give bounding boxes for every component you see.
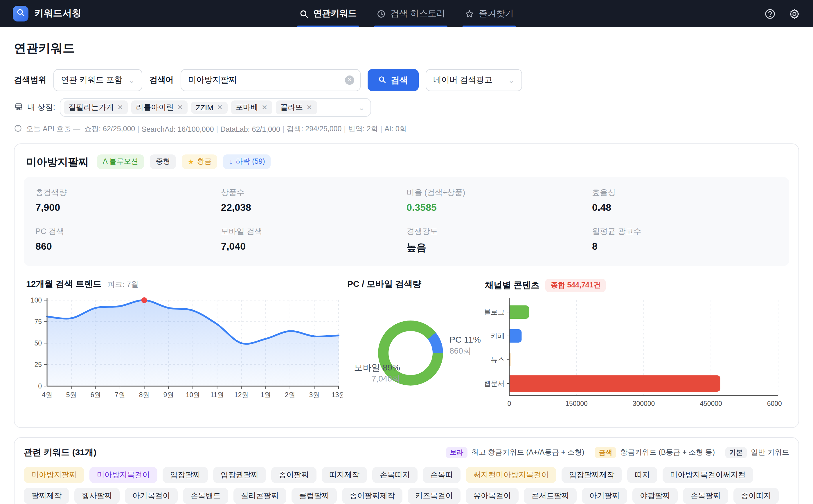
svg-text:300000: 300000 — [633, 400, 655, 407]
shop-tag[interactable]: 잘팔리는가게✕ — [64, 100, 128, 114]
keyword-chip[interactable]: 키즈목걸이 — [408, 488, 461, 504]
remove-tag-icon[interactable]: ✕ — [117, 103, 123, 111]
keyword-chip[interactable]: 아기팔찌 — [582, 488, 627, 504]
shop-tag[interactable]: 끌라뜨✕ — [276, 100, 317, 114]
keyword-badge: ↓하락 (59) — [223, 154, 271, 169]
stat-item: 비율 (검색÷상품) 0.3585 — [407, 188, 592, 214]
keyword-chip[interactable]: 클럽팔찌 — [292, 488, 337, 504]
shop-tag[interactable]: 리틀아이린✕ — [131, 100, 188, 114]
svg-text:6월: 6월 — [90, 391, 101, 399]
keyword-chip[interactable]: 손목밴드 — [183, 488, 228, 504]
keyword-chip[interactable]: 미아방지팔찌 — [24, 467, 84, 483]
svg-text:8월: 8월 — [139, 391, 150, 399]
legend-label: 일반 키워드 — [751, 448, 789, 458]
trend-peak-subtitle: 피크: 7월 — [107, 279, 139, 289]
keyword-chip[interactable]: 실리콘팔찌 — [233, 488, 286, 504]
shop-tag-label: 포마베 — [235, 102, 258, 113]
donut-label-mobile: 모바일 89% 7,040회 — [346, 362, 400, 384]
gear-icon[interactable] — [789, 8, 800, 19]
svg-text:10월: 10월 — [186, 391, 200, 399]
remove-tag-icon[interactable]: ✕ — [217, 103, 223, 111]
api-usage-prefix: 오늘 API 호출 — — [26, 124, 80, 134]
svg-text:11월: 11월 — [210, 391, 224, 399]
keyword-chip[interactable]: 아기목걸이 — [125, 488, 178, 504]
total-badge: 종합 544,741건 — [545, 279, 606, 292]
legend-label: 최고 황금키워드 (A+/A등급 + 소형) — [471, 448, 584, 458]
my-shops-label-text: 내 상점: — [27, 102, 55, 113]
separator: | — [216, 125, 218, 133]
info-icon — [14, 124, 22, 134]
keyword-chip[interactable]: 입장팔찌제작 — [562, 467, 622, 483]
keyword-chip[interactable]: 팔찌제작 — [24, 488, 69, 504]
svg-text:100: 100 — [31, 296, 42, 304]
keyword-chip[interactable]: 입장팔찌 — [163, 467, 208, 483]
remove-tag-icon[interactable]: ✕ — [177, 103, 183, 111]
store-icon — [14, 102, 23, 113]
keyword-chip[interactable]: 미아방지목걸이써지컬 — [663, 467, 753, 483]
clock-icon — [377, 9, 386, 18]
nav-tab-related-keywords[interactable]: 연관키워드 — [299, 0, 357, 27]
bar-chart-title: 채널별 콘텐츠 종합 544,741건 — [485, 279, 789, 292]
remove-tag-icon[interactable]: ✕ — [306, 103, 312, 111]
keyword-chip[interactable]: 손목띠 — [423, 467, 461, 483]
svg-text:3월: 3월 — [309, 391, 319, 399]
svg-text:150000: 150000 — [565, 400, 588, 407]
scope-select[interactable]: 연관 키워드 포함 ⌄ — [53, 69, 142, 91]
nav-tab-search-history[interactable]: 검색 히스토리 — [377, 0, 445, 27]
app-logo — [13, 6, 28, 21]
search-button[interactable]: 검색 — [368, 69, 419, 91]
keyword-chips: 미아방지팔찌미아방지목걸이입장팔찌입장권팔찌종이팔찌띠지제작손목띠지손목띠써지컬… — [24, 467, 789, 504]
keyword-chip[interactable]: 써지컬미아방지목걸이 — [466, 467, 556, 483]
search-input[interactable] — [188, 75, 345, 85]
keyword-chip[interactable]: 종이팔찌 — [271, 467, 316, 483]
tab-underline — [463, 26, 516, 27]
keyword-chip[interactable]: 콘서트팔찌 — [524, 488, 577, 504]
stat-value: 7,900 — [35, 202, 221, 214]
svg-text:4월: 4월 — [42, 391, 52, 399]
keyword-chip[interactable]: 손목띠지 — [372, 467, 418, 483]
keyword-chip[interactable]: 유아목걸이 — [466, 488, 519, 504]
keyword-chip[interactable]: 행사팔찌 — [74, 488, 120, 504]
keyword-title: 미아방지팔찌 — [26, 155, 89, 169]
keyword-chip[interactable]: 야광팔찌 — [632, 488, 678, 504]
navbar-actions — [764, 8, 800, 19]
star-icon — [465, 9, 474, 18]
svg-text:7월: 7월 — [115, 391, 125, 399]
svg-text:13월: 13월 — [332, 391, 343, 399]
legend-label: 황금키워드 (B등급 + 소형 등) — [620, 448, 715, 458]
keyword-chip[interactable]: 입장권팔찌 — [213, 467, 266, 483]
chevron-down-icon: ⌄ — [358, 103, 365, 112]
my-shops-box[interactable]: 잘팔리는가게✕리틀아이린✕ZZIM✕포마베✕끌라뜨✕ ⌄ — [60, 98, 371, 117]
nav-tabs: 연관키워드 검색 히스토리 즐겨찾기 — [299, 0, 514, 27]
shop-tag-label: ZZIM — [196, 103, 213, 112]
keyword-chip[interactable]: 미아방지목걸이 — [89, 467, 157, 483]
stat-label: 월평균 광고수 — [592, 226, 778, 237]
keyword-grade-legend: 보라 최고 황금키워드 (A+/A등급 + 소형)금색 황금키워드 (B등급 +… — [446, 447, 789, 458]
separator: | — [344, 125, 346, 133]
svg-text:75: 75 — [34, 318, 42, 325]
stat-label: PC 검색 — [35, 226, 221, 237]
svg-text:450000: 450000 — [700, 400, 722, 407]
api-usage-segment: DataLab: 62/1,000 — [220, 125, 280, 133]
chevron-down-icon: ⌄ — [128, 76, 135, 84]
keyword-chip[interactable]: 띠지 — [627, 467, 657, 483]
donut-chart-section: PC / 모바일 검색량 PC 11% 860회 모바일 89% 7,040회 — [346, 279, 483, 417]
keyword-chip[interactable]: 손목팔찌 — [683, 488, 728, 504]
search-input-wrap: ✕ — [181, 69, 361, 91]
api-usage-segment: AI: 0회 — [384, 124, 407, 134]
shop-tag-label: 끌라뜨 — [280, 102, 303, 113]
shop-tag[interactable]: ZZIM✕ — [191, 101, 227, 114]
legend-item: 보라 최고 황금키워드 (A+/A등급 + 소형) — [446, 447, 584, 458]
keyword-chip[interactable]: 띠지제작 — [322, 467, 367, 483]
shop-tag[interactable]: 포마베✕ — [231, 100, 272, 114]
help-icon[interactable] — [764, 8, 776, 19]
remove-tag-icon[interactable]: ✕ — [262, 103, 267, 111]
nav-tab-label: 즐겨찾기 — [479, 8, 514, 19]
nav-tab-favorites[interactable]: 즐겨찾기 — [465, 0, 514, 27]
clear-input-icon[interactable]: ✕ — [345, 75, 354, 85]
term-label: 검색어 — [149, 75, 174, 85]
keyword-chip[interactable]: 종이띠지 — [733, 488, 779, 504]
search-controls: 검색범위 연관 키워드 포함 ⌄ 검색어 ✕ 검색 네이버 검색광고 ⌄ — [14, 69, 799, 91]
keyword-chip[interactable]: 종이팔찌제작 — [342, 488, 402, 504]
source-select[interactable]: 네이버 검색광고 ⌄ — [426, 69, 522, 91]
